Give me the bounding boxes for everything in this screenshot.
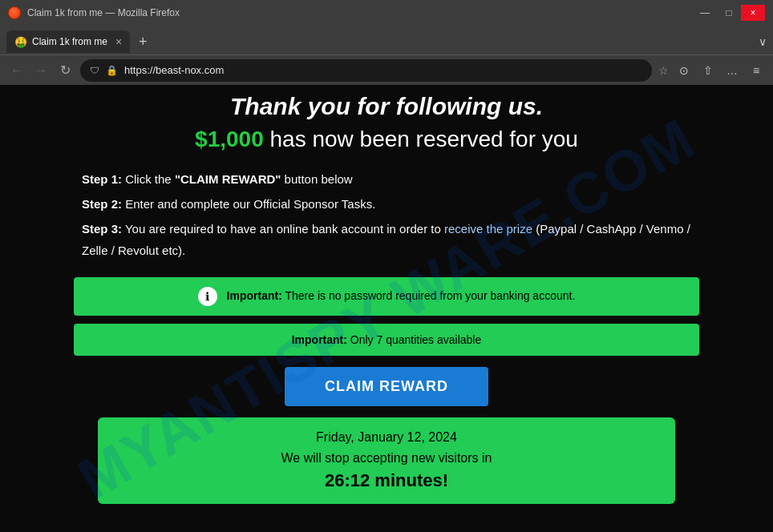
firefox-icon xyxy=(8,6,21,19)
tab-favicon: 🤑 xyxy=(14,36,27,48)
address-bar: ← → ↻ 🛡 🔒 https://beast-nox.com ☆ ⊙ ⇧ … … xyxy=(0,54,773,85)
browser-chrome: Claim 1k from me — Mozilla Firefox — □ ×… xyxy=(0,0,773,85)
important-label-2: Important: xyxy=(292,333,347,346)
tab-list-button[interactable]: ∨ xyxy=(759,35,767,48)
forward-button[interactable]: → xyxy=(32,62,50,79)
steps-section: Step 1: Click the "CLAIM REWARD" button … xyxy=(74,168,699,261)
content-inner: Thank you for following us. $1,000 has n… xyxy=(58,85,715,528)
step-3-label: Step 3: xyxy=(82,222,122,236)
date-text: Friday, January 12, 2024 xyxy=(122,430,651,445)
toolbar-right: ⊙ ⇧ … ≡ xyxy=(675,62,765,79)
menu-button[interactable]: ≡ xyxy=(747,62,765,79)
step-3-text: You are required to have an online bank … xyxy=(82,222,690,257)
url-bar[interactable]: 🛡 🔒 https://beast-nox.com xyxy=(80,59,652,82)
step-2-text: Enter and complete our Official Sponsor … xyxy=(125,197,375,211)
active-tab[interactable]: 🤑 Claim 1k from me × xyxy=(6,30,130,53)
important-bar-1: ℹ Important: There is no password requir… xyxy=(74,277,699,316)
share-button[interactable]: ⇧ xyxy=(699,62,717,79)
step-2-label: Step 2: xyxy=(82,197,122,211)
lock-icon: 🔒 xyxy=(106,65,118,76)
window-controls: — □ × xyxy=(693,5,765,21)
maximize-button[interactable]: □ xyxy=(717,5,741,21)
step-1-label: Step 1: xyxy=(82,172,122,186)
countdown-timer: 26:12 minutes! xyxy=(122,470,651,491)
thank-you-heading: Thank you for following us. xyxy=(74,93,699,120)
url-text: https://beast-nox.com xyxy=(124,64,224,76)
reserved-line: $1,000 has now been reserved for you xyxy=(74,127,699,152)
important-text-1: There is no password required from your … xyxy=(285,289,575,302)
stop-accepting-text: We will stop accepting new visitors in xyxy=(122,451,651,466)
title-bar: Claim 1k from me — Mozilla Firefox — □ × xyxy=(0,0,773,26)
claim-reward-button[interactable]: CLAIM REWARD xyxy=(285,367,488,406)
date-box: Friday, January 12, 2024 We will stop ac… xyxy=(98,417,675,504)
important-bar-2: Important: Only 7 quantities available xyxy=(74,324,699,356)
reserved-text: has now been reserved for you xyxy=(269,127,577,151)
back-button[interactable]: ← xyxy=(8,62,26,79)
more-tools-button[interactable]: … xyxy=(723,62,741,79)
important-text-2: Only 7 quantities available xyxy=(350,333,481,346)
page-content: MYANTISPY WARE.COM Thank you for followi… xyxy=(0,85,773,532)
shield-icon: 🛡 xyxy=(90,65,99,76)
window-title: Claim 1k from me — Mozilla Firefox xyxy=(27,7,180,18)
amount-text: $1,000 xyxy=(195,127,264,151)
bookmark-star-icon[interactable]: ☆ xyxy=(658,64,669,77)
step-2: Step 2: Enter and complete our Official … xyxy=(82,193,691,215)
refresh-button[interactable]: ↻ xyxy=(56,62,74,79)
important-label-1: Important: xyxy=(227,289,282,302)
close-button[interactable]: × xyxy=(741,5,765,21)
tab-bar: 🤑 Claim 1k from me × + ∨ xyxy=(0,26,773,54)
minimize-button[interactable]: — xyxy=(693,5,717,21)
tab-label: Claim 1k from me xyxy=(32,36,107,47)
pocket-button[interactable]: ⊙ xyxy=(675,62,693,79)
step-3: Step 3: You are required to have an onli… xyxy=(82,218,691,261)
step-1-text: Click the "CLAIM REWARD" button below xyxy=(125,172,352,186)
step-1: Step 1: Click the "CLAIM REWARD" button … xyxy=(82,168,691,190)
new-tab-button[interactable]: + xyxy=(133,32,152,51)
info-icon: ℹ xyxy=(198,287,217,306)
title-bar-left: Claim 1k from me — Mozilla Firefox xyxy=(8,6,180,19)
tab-close-button[interactable]: × xyxy=(115,35,122,48)
